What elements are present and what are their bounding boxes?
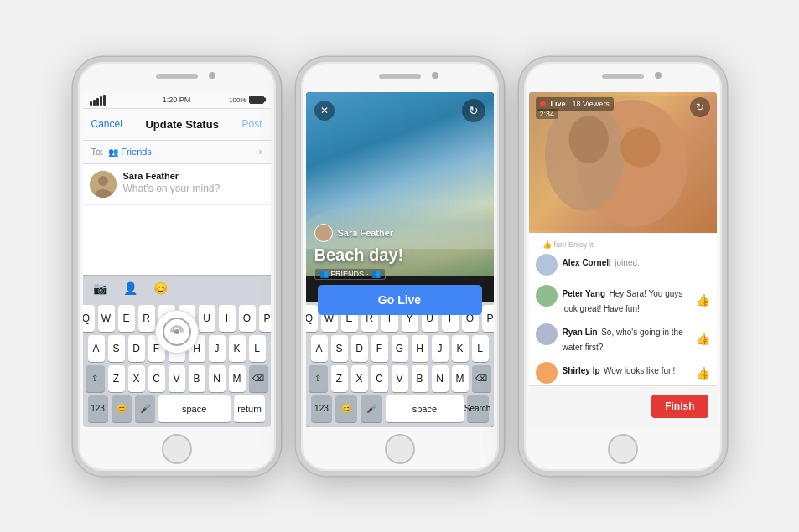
key-s[interactable]: S xyxy=(108,335,125,362)
key-o[interactable]: O xyxy=(239,305,256,332)
key-k[interactable]: K xyxy=(229,335,246,362)
status-bar-1: 1:20 PM 100% xyxy=(83,92,271,109)
p2-key-j[interactable]: J xyxy=(432,335,449,362)
p2-key-l[interactable]: L xyxy=(472,335,489,362)
battery-area: 100% xyxy=(229,96,263,104)
cancel-button[interactable]: Cancel xyxy=(91,118,122,130)
p2-key-p[interactable]: P xyxy=(482,305,494,332)
home-button-2[interactable] xyxy=(385,434,415,464)
rotate-button-3[interactable]: ↻ xyxy=(690,97,710,117)
key-j[interactable]: J xyxy=(209,335,226,362)
p2-key-mic[interactable]: 🎤 xyxy=(361,395,382,422)
post-button[interactable]: Post xyxy=(241,118,262,130)
home-button-1[interactable] xyxy=(162,434,192,464)
key-e[interactable]: E xyxy=(118,305,135,332)
p2-key-123[interactable]: 123 xyxy=(311,395,333,422)
comment-avatar xyxy=(536,285,558,307)
enjoy-text: 👍 fun! Enjoy it. xyxy=(536,238,710,249)
p2-keyboard-row-2: A S D F G H J K L xyxy=(309,335,491,362)
p2-key-b[interactable]: B xyxy=(412,365,428,392)
p2-key-delete[interactable]: ⌫ xyxy=(472,365,491,392)
phone-2: ✕ ↻ Sara Feather Beach day! 👥 FRIENDS · … xyxy=(296,57,504,476)
key-b[interactable]: B xyxy=(189,365,205,392)
composer-area: Sara Feather What's on your mind? xyxy=(83,164,271,205)
key-d[interactable]: D xyxy=(128,335,145,362)
key-emoji[interactable]: 😊 xyxy=(112,395,132,422)
key-p[interactable]: P xyxy=(259,305,271,332)
p2-key-v[interactable]: V xyxy=(392,365,408,392)
key-n[interactable]: N xyxy=(209,365,226,392)
key-z[interactable]: Z xyxy=(108,365,125,392)
p2-key-search[interactable]: Search xyxy=(467,395,489,422)
p2-key-z[interactable]: Z xyxy=(331,365,348,392)
key-123[interactable]: 123 xyxy=(88,395,108,422)
emoji-tool-icon[interactable]: 😊 xyxy=(152,279,170,297)
comment-avatar xyxy=(536,362,558,384)
like-button[interactable]: 👍 xyxy=(696,293,710,307)
key-c[interactable]: C xyxy=(148,365,165,392)
home-button-3[interactable] xyxy=(608,434,638,464)
phone-3: Live 18 Viewers 2:34 ↻ 👍 fun! Enjoy it. xyxy=(519,57,727,476)
p2-keyboard-bottom: 123 😊 🎤 space Search xyxy=(309,395,491,426)
key-shift[interactable]: ⇧ xyxy=(86,365,105,392)
like-button[interactable]: 👍 xyxy=(696,366,710,380)
rotate-button[interactable]: ↻ xyxy=(462,99,485,122)
live-dot xyxy=(540,101,546,106)
key-m[interactable]: M xyxy=(229,365,246,392)
p2-key-d[interactable]: D xyxy=(351,335,368,362)
phone-2-screen: ✕ ↻ Sara Feather Beach day! 👥 FRIENDS · … xyxy=(306,92,494,427)
key-r[interactable]: R xyxy=(138,305,155,332)
go-live-button[interactable]: Go Live xyxy=(318,285,482,315)
p2-key-emoji[interactable]: 😊 xyxy=(335,395,357,422)
key-u[interactable]: U xyxy=(199,305,215,332)
keyboard-row-3: ⇧ Z X C V B N M ⌫ xyxy=(86,365,268,392)
person-tool-icon[interactable]: 👤 xyxy=(122,279,140,297)
p2-key-m[interactable]: M xyxy=(452,365,469,392)
p2-key-k[interactable]: K xyxy=(452,335,469,362)
finish-button[interactable]: Finish xyxy=(651,395,708,418)
key-delete[interactable]: ⌫ xyxy=(249,365,268,392)
battery-icon xyxy=(249,96,264,104)
key-x[interactable]: X xyxy=(128,365,145,392)
live-stream-screen: Live 18 Viewers 2:34 ↻ 👍 fun! Enjoy it. xyxy=(529,92,717,427)
keyboard-2: Q W E R T Y U I O P A xyxy=(306,302,494,427)
p2-key-f[interactable]: F xyxy=(371,335,388,362)
key-w[interactable]: W xyxy=(98,305,115,332)
key-q[interactable]: Q xyxy=(83,305,95,332)
stream-timer: 2:34 xyxy=(536,109,559,119)
key-return[interactable]: return xyxy=(234,395,266,422)
p2-key-space[interactable]: space xyxy=(386,395,463,422)
p2-key-h[interactable]: H xyxy=(412,335,428,362)
audience-tag[interactable]: 👥 FRIENDS · 👥 xyxy=(314,268,386,280)
to-row[interactable]: To: 👥 Friends › xyxy=(83,141,271,164)
key-mic[interactable]: 🎤 xyxy=(135,395,155,422)
key-i[interactable]: I xyxy=(219,305,236,332)
key-space[interactable]: space xyxy=(158,395,231,422)
p2-key-g[interactable]: G xyxy=(392,335,408,362)
p2-key-a[interactable]: A xyxy=(311,335,328,362)
p2-key-x[interactable]: X xyxy=(351,365,368,392)
keyboard-tools: 📷 👤 😊 xyxy=(83,275,271,302)
p2-key-n[interactable]: N xyxy=(432,365,449,392)
broadcast-icon xyxy=(169,323,185,340)
close-button[interactable]: ✕ xyxy=(314,101,335,121)
live-icon-circle[interactable] xyxy=(155,310,199,354)
like-button[interactable]: 👍 xyxy=(696,332,710,345)
p2-key-c[interactable]: C xyxy=(371,365,388,392)
key-v[interactable]: V xyxy=(169,365,185,392)
friends-button[interactable]: 👥 Friends xyxy=(108,147,152,157)
svg-point-1 xyxy=(98,176,108,186)
svg-point-3 xyxy=(174,329,179,334)
p2-key-shift[interactable]: ⇧ xyxy=(309,365,328,392)
camera-tool-icon[interactable]: 📷 xyxy=(91,279,110,297)
composer-placeholder[interactable]: What's on your mind? xyxy=(123,183,264,194)
user-name: Sara Feather xyxy=(338,228,394,238)
p2-key-s[interactable]: S xyxy=(331,335,348,362)
key-l[interactable]: L xyxy=(249,335,266,362)
user-name: Sara Feather xyxy=(123,171,264,181)
avatar-image xyxy=(90,171,117,198)
key-a[interactable]: A xyxy=(88,335,105,362)
keyboard-bottom-row: 123 😊 🎤 space return xyxy=(86,395,268,426)
page-title: Update Status xyxy=(145,118,218,131)
p2-key-q[interactable]: Q xyxy=(306,305,318,332)
